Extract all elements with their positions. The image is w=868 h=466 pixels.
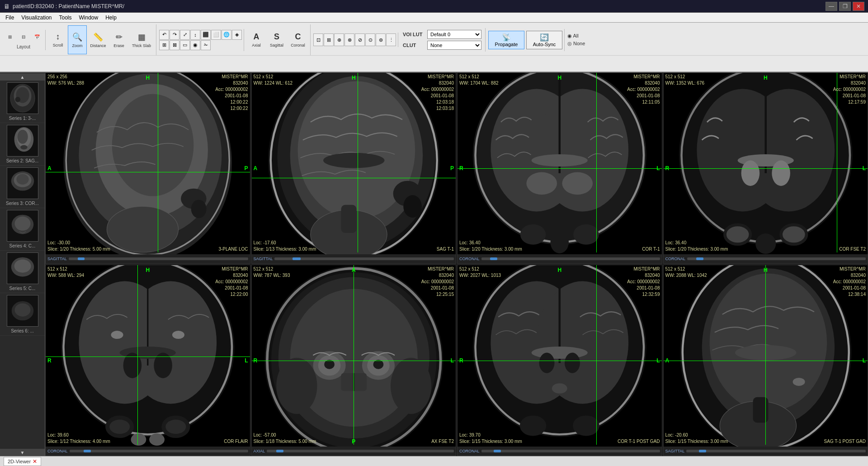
vp4-scroll-track[interactable] <box>687 257 866 260</box>
sidebar-item-s3[interactable]: Series 3: COR... <box>0 166 45 208</box>
sagittal-button[interactable]: S Sagittal <box>266 25 287 54</box>
grid-x-button[interactable]: ⊠ <box>170 40 179 50</box>
calendar-button[interactable]: 📅 <box>31 31 43 43</box>
viewport-4[interactable]: 512 x 512 WW: 1352 WL: 676 MISTER^MR 832… <box>663 72 868 264</box>
series-label-6: Series 6: ... <box>2 328 43 333</box>
close-button[interactable]: ✕ <box>853 2 864 11</box>
menu-tools[interactable]: Tools <box>56 14 75 22</box>
window-button[interactable]: ⬜ <box>211 30 221 40</box>
voi-lut-select[interactable]: Default 0 Custom <box>427 30 481 39</box>
vp8-scrollbar[interactable]: SAGITTAL <box>664 447 868 456</box>
viewport-3[interactable]: 512 x 512 WW: 1704 WL: 882 MISTER^MR 832… <box>457 72 662 264</box>
minimize-button[interactable]: — <box>826 2 837 11</box>
status-tab-close[interactable]: ✕ <box>33 458 37 465</box>
svg-point-37 <box>191 200 207 218</box>
scroll-button[interactable]: ↕ Scroll <box>48 25 67 54</box>
distance-label: Distance <box>90 43 106 48</box>
vp6-scroll-track[interactable] <box>267 450 454 452</box>
axial-button[interactable]: A Axial <box>247 25 266 54</box>
cut-button[interactable]: ✁ <box>201 40 211 50</box>
vp8-scroll-track[interactable] <box>686 450 866 452</box>
vp5-scroll-track[interactable] <box>70 450 248 452</box>
vp2-scroll-track[interactable] <box>274 257 454 260</box>
svg-point-84 <box>111 331 123 339</box>
globe-button[interactable]: 🌐 <box>222 30 231 40</box>
vp6-scrollbar[interactable]: AXIAL <box>252 447 456 456</box>
menu-file[interactable]: File <box>2 14 18 22</box>
thick-slab-button[interactable]: ▦ Thick Slab <box>129 25 154 54</box>
series-label-1: Series 1: 3-... <box>2 116 43 121</box>
erase-button[interactable]: ✏ Erase <box>109 25 128 54</box>
all-label[interactable]: ◉ All <box>567 33 585 39</box>
sidebar-item-s1[interactable]: Series 1: 3-... <box>0 81 45 123</box>
annotation-button[interactable]: ◉ <box>190 40 200 50</box>
vp2-scrollbar[interactable]: SAGITTAL <box>252 254 456 263</box>
vp1-scroll-thumb[interactable] <box>78 257 85 260</box>
clut-select[interactable]: None Custom <box>427 41 481 50</box>
rotate-right-button[interactable]: ↷ <box>170 30 179 40</box>
extra-btn8[interactable]: ⋮ <box>386 33 396 46</box>
vp3-scrollbar[interactable]: CORONAL <box>458 254 662 263</box>
sidebar-item-s5[interactable]: Series 5: C... <box>0 251 45 293</box>
extra-btn7[interactable]: ⊚ <box>376 33 386 46</box>
view-select-button[interactable]: ▭ <box>180 40 190 50</box>
extra-btn1[interactable]: ⊡ <box>313 33 323 46</box>
layout-grid-button[interactable]: ⊞ <box>4 31 16 43</box>
status-tab-2d-viewer[interactable]: 2D-Viewer ✕ <box>4 457 41 466</box>
mirror-button[interactable]: ↕ <box>190 30 200 40</box>
vp4-crosshair-h <box>664 168 868 169</box>
vp7-scroll-track[interactable] <box>481 450 660 452</box>
vp5-scroll-thumb[interactable] <box>84 450 91 452</box>
viewport-6[interactable]: 512 x 512 WW: 787 WL: 393 MISTER^MR 8320… <box>251 265 457 456</box>
svg-point-57 <box>562 172 593 195</box>
vp4-scrollbar[interactable]: CORONAL <box>664 254 868 263</box>
vp3-scroll-track[interactable] <box>481 257 660 260</box>
extra-btn5[interactable]: ⊘ <box>355 33 365 46</box>
sidebar-item-s6[interactable]: Series 6: ... <box>0 293 45 336</box>
viewport-7[interactable]: 512 x 512 WW: 2027 WL: 1013 MISTER^MR 83… <box>457 265 662 456</box>
rotate-left-button[interactable]: ↶ <box>159 30 169 40</box>
flip-button[interactable]: ⤢ <box>180 30 190 40</box>
distance-button[interactable]: 📏 Distance <box>87 25 109 54</box>
propagate-button[interactable]: 📡 Propagate <box>488 31 524 49</box>
vp1-scrollbar[interactable]: SAGITTAL <box>46 254 250 263</box>
extra-btn4[interactable]: ⊗ <box>344 33 354 46</box>
auto-sync-button[interactable]: 🔄 Auto-Sync <box>526 31 562 49</box>
layout-single-button[interactable]: ⊟ <box>17 31 30 43</box>
extra-btn3[interactable]: ⊕ <box>334 33 344 46</box>
vp2-scroll-thumb[interactable] <box>292 257 301 260</box>
viewport-5[interactable]: 512 x 512 WW: 588 WL: 294 MISTER^MR 8320… <box>45 265 250 456</box>
extra-btn6[interactable]: ⊙ <box>365 33 375 46</box>
vp6-scroll-thumb[interactable] <box>276 450 283 452</box>
grid-small-button[interactable]: ⊞ <box>159 40 169 50</box>
none-label[interactable]: ◎ None <box>567 41 585 47</box>
zoom-button[interactable]: 🔍 Zoom <box>68 25 87 54</box>
menu-window[interactable]: Window <box>75 14 102 22</box>
vp7-scroll-thumb[interactable] <box>494 450 501 452</box>
sidebar-item-s2[interactable]: Series 2: SAG... <box>0 123 45 166</box>
sidebar-scroll-up[interactable]: ▲ <box>0 73 45 81</box>
vp4-scroll-thumb[interactable] <box>696 257 703 260</box>
svg-point-116 <box>532 347 588 359</box>
crosshair-button[interactable]: ◈ <box>232 30 242 40</box>
viewport-8[interactable]: 512 x 512 WW: 2088 WL: 1042 MISTER^MR 83… <box>663 265 868 456</box>
sidebar-item-s4[interactable]: Series 4: C... <box>0 208 45 251</box>
coronal-button[interactable]: C Coronal <box>288 25 308 54</box>
series-label-4: Series 4: C... <box>2 243 43 248</box>
fullscreen-button[interactable]: ⬛ <box>201 30 211 40</box>
coronal-icon: C <box>295 32 301 42</box>
extra-btn2[interactable]: ⊞ <box>324 33 334 46</box>
menu-help[interactable]: Help <box>102 14 120 22</box>
scroll-icon: ↕ <box>56 32 60 42</box>
sidebar-scroll-down[interactable]: ▼ <box>0 449 45 456</box>
viewport-2[interactable]: 512 x 512 WW: 1224 WL: 612 MISTER^MR 832… <box>251 72 457 264</box>
vp5-orientation-label: CORONAL <box>47 449 68 453</box>
vp1-scroll-track[interactable] <box>69 257 248 260</box>
restore-button[interactable]: ❒ <box>839 2 851 11</box>
vp3-scroll-thumb[interactable] <box>490 257 497 260</box>
vp7-scrollbar[interactable]: CORONAL <box>458 447 662 456</box>
menu-visualization[interactable]: Visualization <box>18 14 55 22</box>
viewport-1[interactable]: 256 x 256 WW: 576 WL: 288 MISTER^MR 8320… <box>45 72 250 264</box>
vp5-scrollbar[interactable]: CORONAL <box>46 447 250 456</box>
vp8-scroll-thumb[interactable] <box>699 450 706 452</box>
